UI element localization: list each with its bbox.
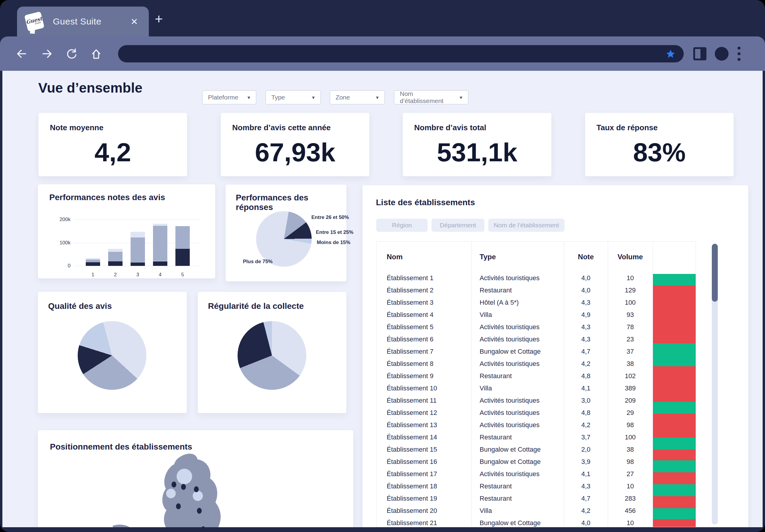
cell-nom: Établissement 3 [377, 299, 471, 306]
cell-type: Activités touristiques [471, 323, 564, 331]
bar-segment-segment-navy [153, 262, 167, 266]
browser-window: Guest Suite Guest Suite ✕ + [0, 0, 765, 532]
bar-segment-segment-medium [86, 260, 100, 262]
volume-status-segment [653, 414, 696, 438]
table-row[interactable]: Établissement 14Restaurant3,7100 [377, 431, 696, 443]
forward-icon[interactable] [41, 47, 54, 60]
table-row[interactable]: Établissement 8Activités touristiques4,2… [377, 357, 696, 370]
home-icon[interactable] [90, 47, 103, 60]
volume-status-segment [653, 402, 696, 414]
table-row[interactable]: Établissement 9Restaurant4,8102 [377, 370, 696, 382]
chart-title: Performances notes des avis [49, 193, 165, 202]
sidebar-toggle-icon[interactable] [693, 47, 706, 60]
bar-plot-area: 200k100k012345 [74, 220, 200, 266]
cell-volume: 100 [608, 299, 653, 306]
chip-departement[interactable]: Département [431, 219, 484, 232]
address-bar[interactable] [118, 45, 684, 62]
back-icon[interactable] [15, 47, 28, 60]
bar-segment-segment-medium [153, 226, 167, 262]
table-row[interactable]: Établissement 5Activités touristiques4,3… [377, 321, 696, 333]
avatar[interactable] [715, 47, 729, 61]
table-scrollbar-thumb[interactable] [712, 244, 718, 302]
tab-title: Guest Suite [53, 16, 101, 27]
chip-region[interactable]: Région [376, 219, 427, 232]
cell-note: 3,0 [564, 397, 608, 404]
kpi-avis-total: Nombre d’avis total 531,1k [403, 113, 551, 176]
cell-note: 4,2 [564, 360, 608, 368]
cell-note: 4,9 [564, 311, 608, 319]
volume-status-segment [653, 472, 696, 484]
table-row[interactable]: Établissement 11Activités touristiques3,… [377, 394, 696, 406]
reload-icon[interactable] [65, 47, 78, 60]
table-row[interactable]: Établissement 13Activités touristiques4,… [377, 419, 696, 431]
table-row[interactable]: Établissement 12Activités touristiques4,… [377, 406, 696, 419]
cell-type: Restaurant [471, 372, 564, 380]
table-row[interactable]: Établissement 21Bungalow et Cottage4,010 [377, 517, 696, 527]
table-row[interactable]: Établissement 15Bungalow et Cottage2,038 [377, 443, 696, 455]
volume-status-segment [653, 285, 696, 343]
cell-note: 4,3 [564, 323, 608, 331]
cell-note: 4,2 [564, 421, 608, 429]
table-row[interactable]: Établissement 3Hôtel (A à 5*)4,3100 [377, 296, 696, 308]
cell-nom: Établissement 18 [377, 482, 471, 490]
pie-chart [78, 321, 146, 390]
table-row[interactable]: Établissement 17Activités touristiques4,… [377, 468, 696, 480]
cell-nom: Établissement 19 [377, 495, 471, 502]
table-row[interactable]: Établissement 19Restaurant4,7283 [377, 492, 696, 505]
dashboard-page: Vue d’ensemble Plateforme▼ Type▼ Zone▼ N… [2, 71, 763, 527]
cell-volume: 129 [608, 286, 653, 294]
cell-note: 4,1 [564, 470, 608, 478]
table-row[interactable]: Établissement 2Restaurant4,0129 [377, 284, 696, 296]
x-axis-tick: 3 [132, 272, 144, 278]
new-tab-button[interactable]: + [155, 12, 163, 26]
table-row[interactable]: Établissement 18Restaurant4,310 [377, 480, 696, 492]
volume-status-segment [653, 508, 696, 519]
cell-nom: Établissement 4 [377, 311, 471, 319]
table-row[interactable]: Établissement 10Villa4,1389 [377, 382, 696, 394]
cell-volume: 209 [608, 397, 653, 404]
table-row[interactable]: Établissement 1Activités touristiques4,0… [377, 272, 696, 284]
cell-note: 4,0 [564, 274, 608, 282]
chart-title: Performances des réponses [236, 193, 346, 212]
cell-note: 4,3 [564, 335, 608, 343]
cell-note: 4,8 [564, 409, 608, 417]
cell-type: Bungalow et Cottage [471, 458, 564, 466]
bar-segment-segment-medium [175, 226, 190, 249]
browser-tab-guest-suite[interactable]: Guest Suite Guest Suite ✕ [17, 7, 149, 36]
cell-nom: Établissement 13 [377, 421, 471, 429]
cell-note: 4,2 [564, 507, 608, 515]
table-body: Établissement 1Activités touristiques4,0… [377, 272, 696, 527]
cell-type: Activités touristiques [471, 360, 564, 368]
cell-note: 4,0 [564, 286, 608, 294]
page-title: Vue d’ensemble [38, 80, 143, 96]
bar-segment-segment-light [131, 232, 145, 238]
filter-zone[interactable]: Zone▼ [330, 90, 385, 105]
table-row[interactable]: Établissement 20Villa4,2456 [377, 505, 696, 517]
cell-type: Activités touristiques [471, 421, 564, 429]
filter-type[interactable]: Type▼ [265, 90, 321, 105]
kebab-menu-icon[interactable] [737, 47, 741, 62]
y-axis-tick: 0 [50, 263, 71, 269]
chip-nom-etablissement[interactable]: Nom de l’établissement [488, 219, 564, 232]
bookmark-star-icon[interactable] [666, 49, 675, 59]
cell-type: Villa [471, 507, 564, 515]
kpi-value: 4,2 [39, 128, 187, 176]
table-row[interactable]: Établissement 4Villa4,993 [377, 308, 696, 321]
tab-close-icon[interactable]: ✕ [131, 16, 138, 27]
cell-note: 2,0 [564, 446, 608, 453]
table-row[interactable]: Établissement 16Bungalow et Cottage3,998 [377, 455, 696, 468]
table-scrollbar-track[interactable] [712, 244, 718, 525]
column-header-note: Note [564, 253, 608, 261]
volume-status-segment [653, 366, 696, 402]
x-axis-tick: 2 [109, 272, 121, 278]
filter-plateforme[interactable]: Plateforme▼ [202, 90, 257, 105]
establishments-table: Nom Type Note Volume Établissement 1Acti… [376, 242, 696, 527]
table-row[interactable]: Établissement 6Activités touristiques4,3… [377, 333, 696, 345]
table-row[interactable]: Établissement 7Bungalow et Cottage4,737 [377, 345, 696, 357]
cell-volume: 29 [608, 409, 653, 417]
bar-segment-segment-navy [175, 249, 190, 266]
filter-nom-etablissement[interactable]: Nom d’établissement▼ [394, 90, 468, 105]
cell-nom: Établissement 14 [377, 433, 471, 441]
map-bubble [177, 469, 192, 484]
bar-segment-segment-light [86, 258, 100, 260]
